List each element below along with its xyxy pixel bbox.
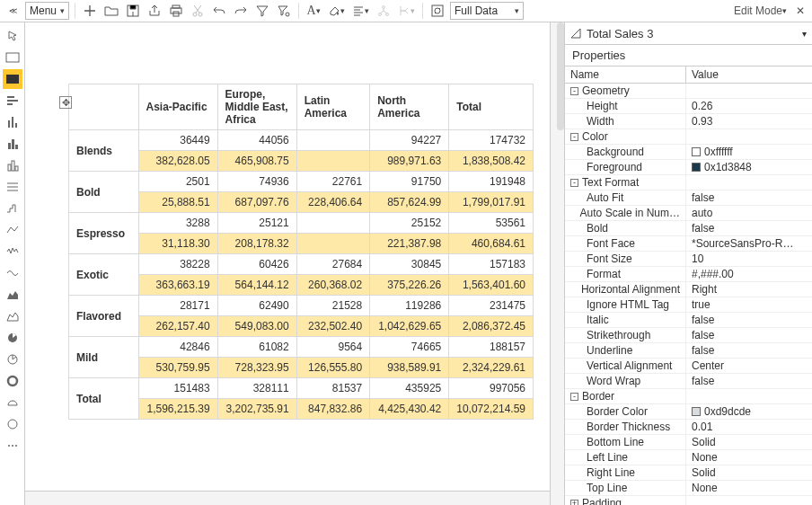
print-button[interactable] [167, 2, 185, 20]
cell-value[interactable]: 938,589.91 [370, 358, 449, 378]
zigzag-tool[interactable] [3, 242, 22, 261]
half-circle-tool[interactable] [3, 393, 22, 412]
pointer-tool[interactable] [3, 26, 22, 46]
prop-group[interactable]: -Color [565, 129, 812, 145]
filter-button[interactable] [253, 2, 271, 20]
cell-value[interactable]: 375,226.26 [370, 275, 449, 296]
cell-count[interactable]: 62490 [217, 296, 296, 316]
cell-count[interactable]: 53561 [449, 213, 534, 234]
cell-count[interactable]: 157183 [449, 254, 534, 275]
cell-value[interactable]: 1,042,629.65 [370, 316, 449, 337]
align-button[interactable]: ▾ [350, 2, 371, 20]
row-header[interactable]: Flavored [69, 296, 139, 337]
prop-value[interactable]: false [692, 314, 714, 326]
cell-value[interactable]: 2,086,372.45 [449, 316, 534, 337]
prop-row[interactable]: Word Wrapfalse [565, 374, 812, 389]
cell-count[interactable]: 21528 [296, 296, 369, 316]
prop-group[interactable]: +Padding [565, 496, 812, 505]
prop-value[interactable]: #,###.00 [692, 268, 734, 280]
prop-row[interactable]: Format#,###.00 [565, 267, 812, 282]
prop-group[interactable]: -Geometry [565, 84, 812, 99]
cell-count[interactable]: 2501 [138, 172, 217, 192]
cell-count[interactable]: 151483 [138, 378, 217, 399]
prop-row[interactable]: Vertical AlignmentCenter [565, 359, 812, 374]
canvas[interactable]: ✥Asia-PacificEurope, Middle East, Africa… [25, 22, 550, 491]
cell-value[interactable]: 363,663.19 [138, 275, 217, 296]
filter-settings-button[interactable] [275, 2, 293, 20]
cell-count[interactable]: 44056 [217, 130, 296, 151]
row-header[interactable]: Total [69, 378, 139, 420]
branch-button[interactable]: ▾ [396, 2, 417, 20]
column-header[interactable]: Europe, Middle East, Africa [217, 84, 296, 130]
fill-button[interactable]: ▾ [326, 2, 347, 20]
prop-value[interactable]: false [692, 344, 714, 357]
cut-button[interactable] [189, 2, 207, 20]
collapse-icon[interactable]: - [570, 179, 578, 187]
column-header[interactable]: Latin America [296, 84, 369, 130]
cell-count[interactable]: 435925 [370, 378, 449, 399]
cell-count[interactable]: 74936 [217, 172, 296, 192]
cell-value[interactable]: 31,118.30 [138, 234, 217, 254]
row-header[interactable]: Mild [69, 337, 139, 378]
close-button[interactable]: ✕ [792, 4, 808, 17]
cell-value[interactable]: 1,799,017.91 [449, 192, 534, 213]
prop-row[interactable]: Foreground0x1d3848 [565, 160, 812, 175]
prop-row[interactable]: Background0xffffff [565, 145, 812, 160]
prop-row[interactable]: Ignore HTML Tagtrue [565, 297, 812, 313]
prop-value[interactable]: false [692, 222, 714, 235]
area-dark-tool[interactable] [3, 285, 22, 305]
prop-value[interactable]: *SourceSansPro-R… [692, 237, 793, 250]
prop-value[interactable]: auto [692, 207, 712, 219]
prop-value[interactable]: false [692, 375, 714, 387]
cell-value[interactable]: 208,178.32 [217, 234, 296, 254]
cell-value[interactable] [296, 234, 369, 254]
cell-count[interactable]: 119286 [370, 296, 449, 316]
prop-value[interactable]: 0x1d3848 [704, 161, 752, 173]
bar-v-tool[interactable] [3, 112, 22, 132]
cell-value[interactable]: 728,323.95 [217, 358, 296, 378]
cell-value[interactable]: 25,888.51 [138, 192, 217, 213]
cell-count[interactable]: 188157 [449, 337, 534, 358]
column-outline-tool[interactable] [3, 155, 22, 175]
line-tool[interactable] [3, 220, 22, 240]
step-tool[interactable] [3, 199, 22, 218]
collapse-icon[interactable]: - [570, 87, 578, 95]
cell-count[interactable]: 174732 [449, 130, 534, 151]
wave-tool[interactable] [3, 263, 22, 283]
hierarchy-button[interactable] [375, 2, 393, 20]
menu-dropdown[interactable]: Menu ▾ [25, 2, 69, 20]
horizontal-scrollbar[interactable] [25, 491, 550, 505]
cell-value[interactable]: 2,324,229.61 [449, 358, 534, 378]
cell-value[interactable]: 382,628.05 [138, 151, 217, 172]
export-button[interactable] [146, 2, 163, 20]
prop-value[interactable]: 0xd9dcde [704, 405, 751, 418]
cell-count[interactable] [296, 130, 369, 151]
cell-count[interactable]: 36449 [138, 130, 217, 151]
cell-value[interactable]: 460,684.61 [449, 234, 534, 254]
panel-menu-dropdown[interactable]: ▾ [802, 29, 807, 39]
cell-count[interactable]: 60426 [217, 254, 296, 275]
prop-row[interactable]: Auto Scale in Num…auto [565, 206, 812, 221]
row-header[interactable]: Exotic [69, 254, 139, 296]
cell-count[interactable]: 81537 [296, 378, 369, 399]
cell-value[interactable]: 1,563,401.60 [449, 275, 534, 296]
prop-value[interactable]: false [692, 191, 714, 204]
bar-h-tool[interactable] [3, 91, 22, 111]
collapse-icon[interactable]: - [570, 393, 578, 401]
back-button[interactable]: ≪ [4, 2, 22, 20]
prop-row[interactable]: Underlinefalse [565, 343, 812, 359]
more-tools[interactable] [3, 436, 22, 456]
cell-value[interactable]: 260,368.02 [296, 275, 369, 296]
prop-group[interactable]: -Border [565, 389, 812, 404]
cell-value[interactable]: 262,157.40 [138, 316, 217, 337]
prop-row[interactable]: Auto Fitfalse [565, 190, 812, 206]
collapse-icon[interactable]: - [570, 133, 578, 141]
rect-fill-tool[interactable] [3, 69, 22, 89]
redo-button[interactable] [232, 2, 250, 20]
cell-value[interactable]: 530,759.95 [138, 358, 217, 378]
prop-value[interactable]: None [692, 451, 718, 464]
prop-row[interactable]: Right LineSolid [565, 465, 812, 481]
cell-value[interactable]: 564,144.12 [217, 275, 296, 296]
cell-count[interactable]: 94227 [370, 130, 449, 151]
cell-value[interactable] [296, 151, 369, 172]
